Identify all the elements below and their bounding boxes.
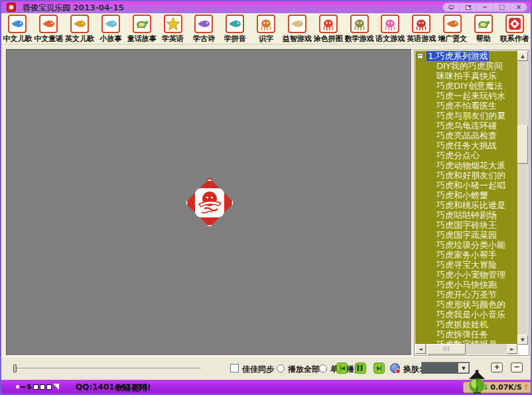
content-canvas [6,49,412,356]
toolbar-item-1[interactable]: 中文儿歌 [2,15,33,44]
previous-track-button[interactable]: |◀ [336,363,348,374]
toolbar-item-17[interactable]: 联系作者 [499,15,530,44]
toolbar-item-14[interactable]: 英语游戏 [406,15,437,44]
tree-root-item[interactable]: −1.巧虎系列游戏 [415,51,517,61]
toolbar-item-15[interactable]: 增广贤文 [437,15,468,44]
app-logo-icon [7,3,16,12]
toolbar-item-13[interactable]: 语文游戏 [375,15,406,44]
next-track-button[interactable]: ▶| [373,363,385,374]
toolbar-item-7[interactable]: 学古诗 [188,15,220,44]
close-button[interactable]: × [511,3,527,11]
scroll-up-icon[interactable]: ▲ [517,51,528,61]
tree-item-5[interactable]: 巧虎不怕看医生 [415,101,517,111]
game-tree: −1.巧虎系列游戏DIY我的巧虎房间咪咪拍手真快乐巧虎DIY创意魔法巧虎一起来玩… [415,51,517,345]
play-all-radio[interactable] [277,365,285,372]
toolbar-item-label: 学拼音 [220,34,251,44]
tree-item-13[interactable]: 巧虎和小猪一起唱 [415,180,517,190]
lantern-widget-icon[interactable] [465,370,489,395]
toolbar-item-label: 中文童谣 [33,34,64,44]
pause-button[interactable]: ▌▌ [355,363,366,374]
tree-item-23[interactable]: 巧虎小马快快跑 [415,280,517,290]
minimize-button[interactable]: − [477,3,494,11]
toolbar-item-label: 增广贤文 [437,34,468,44]
collapse-icon[interactable]: − [417,53,423,59]
tree-item-11[interactable]: 巧虎动物烟花大派 [415,160,517,170]
toolbar-item-5[interactable]: 童话故事 [126,15,157,44]
slider-thumb[interactable] [13,365,17,372]
toolbar-item-label: 益智游戏 [281,34,312,44]
stop-record-icon[interactable] [390,363,400,373]
tree-item-25[interactable]: 巧虎形状与颜色的 [415,300,517,310]
toolbar-item-11[interactable]: 涂色拼图 [312,15,344,44]
sync-checkbox[interactable] [230,364,239,372]
toolbar-item-3[interactable]: 英文儿歌 [64,15,96,44]
tree-item-24[interactable]: 巧虎开心万圣节 [415,290,517,300]
tree-item-9[interactable]: 巧虎任务大挑战 [415,141,517,150]
tree-item-1[interactable]: DIY我的巧虎房间 [415,61,517,71]
chat-button[interactable] [443,3,460,11]
contact-seal-icon [505,15,524,33]
sea-turtle-icon [133,15,151,33]
tree-item-28[interactable]: 巧虎拆弹任务 [415,329,517,339]
toolbar-item-12[interactable]: 数学游戏 [344,15,375,44]
toolbar-item-label: 中文儿歌 [2,34,33,44]
skin-label: 换肤: [403,364,423,375]
tree-item-14[interactable]: 巧虎和小螃蟹 [415,190,517,200]
goldfish-icon [70,15,89,33]
app-window: 蓉俊宝贝乐园 2013-04-15 − □ × 中文儿歌中文童谣英文儿歌小故事童… [0,0,532,395]
tree-item-17[interactable]: 巧虎国字砖块王 [415,220,517,230]
tree-item-21[interactable]: 巧虎寻宝大冒险 [415,260,517,270]
toolbar-item-label: 语文游戏 [375,34,406,44]
horizontal-scroll-thumb[interactable]: ||| [427,344,466,355]
net-speed-value: 0.07K/S [490,383,522,392]
tree-item-15[interactable]: 巧虎和桃乐比谁是 [415,200,517,210]
tree-item-2[interactable]: 咪咪拍手真快乐 [415,71,517,81]
skin-button[interactable] [460,3,476,11]
tree-item-8[interactable]: 巧虎亮晶晶检查 [415,131,517,141]
toolbar-item-label: 小故事 [95,34,126,44]
volume-up-button[interactable]: + [491,363,503,372]
skin-dropdown[interactable]: ▼ [421,362,470,374]
toolbar-item-6[interactable]: 学英语 [157,15,188,44]
tree-item-18[interactable]: 巧虎国字蔬菜园 [415,230,517,240]
toolbar-item-8[interactable]: 学拼音 [220,15,251,44]
single-play-radio[interactable] [319,365,327,372]
toolbar-item-9[interactable]: 识字 [251,15,282,44]
scroll-down-icon[interactable]: ▼ [517,335,528,345]
tree-item-22[interactable]: 巧虎小小宠物管理 [415,270,517,280]
tree-item-4[interactable]: 巧虎一起来玩钓水 [415,91,517,101]
ray-icon [288,15,306,33]
snail-icon [412,15,431,33]
toolbar-item-label: 学古诗 [188,34,220,44]
tree-item-10[interactable]: 巧虎分点心 [415,150,517,160]
turtle-icon [474,15,493,33]
tree-item-26[interactable]: 巧虎我是小小音乐 [415,310,517,319]
vertical-scroll-thumb[interactable] [517,125,528,164]
fox-icon [443,15,462,33]
tree-item-27[interactable]: 巧虎抓娃娃机 [415,319,517,329]
progress-slider[interactable] [13,363,201,374]
toolbar-item-2[interactable]: 中文童谣 [33,15,64,44]
toolbar-item-10[interactable]: 益智游戏 [281,15,312,44]
skin-icon [466,5,471,10]
tree-item-12[interactable]: 巧虎和好朋友们的 [415,170,517,180]
maximize-button[interactable]: □ [494,3,510,11]
toolbar-item-4[interactable]: 小故事 [95,15,126,44]
qiaohu-seal-logo [186,177,233,229]
toolbar-item-16[interactable]: 帮助 [468,15,499,44]
toolbar-item-label: 联系作者 [499,34,530,44]
tree-item-3[interactable]: 巧虎DIY创意魔法 [415,81,517,91]
tree-item-6[interactable]: 巧虎与朋友们的夏 [415,111,517,121]
horizontal-scrollbar[interactable]: ◄ ||| ► [415,344,517,355]
play-all-label: 播放全部 [288,364,320,375]
speech-bubble-icon [448,5,454,9]
volume-down-button[interactable]: − [511,363,523,372]
scroll-left-icon[interactable]: ◄ [415,344,426,354]
toolbar-item-label: 识字 [251,34,282,44]
tree-item-16[interactable]: 巧虎咕咕钟剧场 [415,210,517,220]
vertical-scrollbar[interactable]: ▲ ▼ [517,51,528,345]
tree-item-20[interactable]: 巧虎家务小帮手 [415,250,517,260]
scroll-right-icon[interactable]: ► [507,344,517,354]
tree-item-19[interactable]: 巧虎垃圾分类小能 [415,240,517,250]
tree-item-7[interactable]: 巧虎乌龟连环碰 [415,121,517,131]
